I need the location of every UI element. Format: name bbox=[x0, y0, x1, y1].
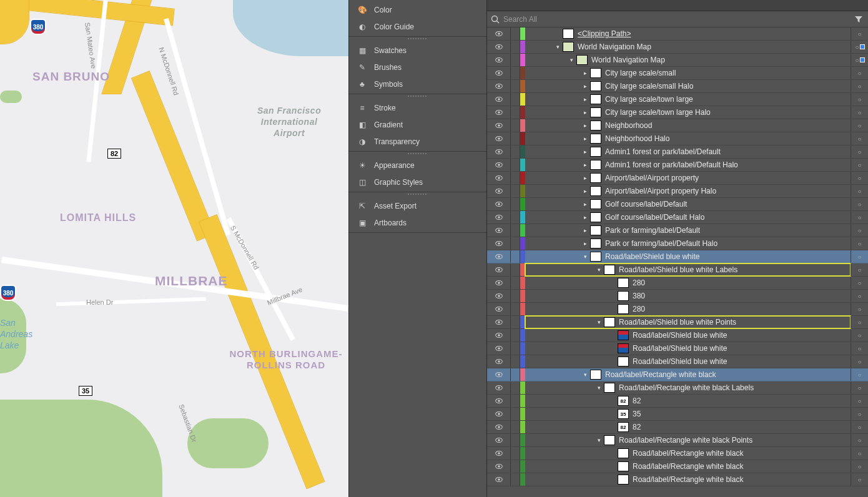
panel-stroke[interactable]: ≡Stroke bbox=[349, 99, 486, 116]
layer-row[interactable]: ▸Neighborhood○ bbox=[487, 119, 868, 132]
layer-name[interactable]: Road/label/Shield blue white Points bbox=[619, 318, 851, 327]
visibility-toggle[interactable] bbox=[487, 250, 511, 263]
visibility-toggle[interactable] bbox=[487, 67, 511, 79]
lock-toggle[interactable] bbox=[511, 145, 520, 158]
disclosure-arrow[interactable]: ▸ bbox=[580, 201, 590, 207]
lock-toggle[interactable] bbox=[511, 368, 520, 381]
layer-row[interactable]: Road/label/Rectangle white black○ bbox=[487, 460, 868, 473]
lock-toggle[interactable] bbox=[511, 41, 520, 53]
layer-name[interactable]: Road/label/Shield blue white bbox=[605, 252, 851, 261]
layer-name[interactable]: Road/label/Rectangle white black bbox=[605, 370, 851, 379]
disclosure-arrow[interactable]: ▾ bbox=[566, 57, 576, 63]
panel-color-guide[interactable]: ◐Color Guide bbox=[349, 18, 486, 35]
layer-row[interactable]: ▸Golf course/label/Default Halo○ bbox=[487, 211, 868, 224]
lock-toggle[interactable] bbox=[511, 303, 520, 315]
target-indicator[interactable]: ○ bbox=[851, 224, 868, 237]
layer-row[interactable]: ▸Airport/label/Airport property○ bbox=[487, 172, 868, 185]
disclosure-arrow[interactable]: ▸ bbox=[580, 162, 590, 168]
layer-row[interactable]: ▸Airport/label/Airport property Halo○ bbox=[487, 185, 868, 198]
layer-row[interactable]: Road/label/Rectangle white black○ bbox=[487, 473, 868, 486]
layer-row[interactable]: 8282○ bbox=[487, 395, 868, 408]
lock-toggle[interactable] bbox=[511, 329, 520, 342]
visibility-toggle[interactable] bbox=[487, 224, 511, 237]
target-indicator[interactable]: ○ bbox=[851, 316, 868, 328]
layer-name[interactable]: Road/label/Shield blue white bbox=[633, 357, 851, 366]
layer-row[interactable]: ▾Road/label/Shield blue white Labels○ bbox=[487, 263, 868, 277]
target-indicator[interactable]: ○ bbox=[851, 408, 868, 420]
lock-toggle[interactable] bbox=[511, 421, 520, 433]
layer-name[interactable]: Admin1 forest or park/label/Default Halo bbox=[605, 160, 851, 169]
layer-row[interactable]: Road/label/Shield blue white○ bbox=[487, 329, 868, 342]
disclosure-arrow[interactable]: ▾ bbox=[580, 372, 590, 378]
target-indicator[interactable]: ○ bbox=[851, 329, 868, 342]
visibility-toggle[interactable] bbox=[487, 408, 511, 420]
visibility-toggle[interactable] bbox=[487, 41, 511, 53]
disclosure-arrow[interactable]: ▸ bbox=[580, 70, 590, 76]
lock-toggle[interactable] bbox=[511, 355, 520, 368]
disclosure-arrow[interactable]: ▾ bbox=[594, 385, 604, 391]
layer-name[interactable]: World Navigation Map bbox=[591, 56, 851, 64]
layer-row[interactable]: ▾Road/label/Shield blue white Points○ bbox=[487, 316, 868, 329]
layer-row[interactable]: Road/label/Shield blue white○ bbox=[487, 355, 868, 368]
target-indicator[interactable]: ○ bbox=[851, 93, 868, 106]
visibility-toggle[interactable] bbox=[487, 263, 511, 276]
layer-name[interactable]: Golf course/label/Default bbox=[605, 200, 851, 209]
target-indicator[interactable]: ○ bbox=[851, 119, 868, 132]
layer-name[interactable]: 82 bbox=[633, 396, 851, 405]
visibility-toggle[interactable] bbox=[487, 132, 511, 145]
lock-toggle[interactable] bbox=[511, 342, 520, 355]
layer-name[interactable]: Airport/label/Airport property Halo bbox=[605, 187, 851, 195]
layer-name[interactable]: Golf course/label/Default Halo bbox=[605, 213, 851, 222]
lock-toggle[interactable] bbox=[511, 460, 520, 473]
target-indicator[interactable]: ○ bbox=[851, 132, 868, 145]
layer-row[interactable]: ▸City large scale/town large○ bbox=[487, 93, 868, 106]
target-indicator[interactable]: ○ bbox=[851, 211, 868, 224]
visibility-toggle[interactable] bbox=[487, 329, 511, 342]
panel-artboards[interactable]: ▣Artboards bbox=[349, 214, 486, 231]
layer-row[interactable]: ▾Road/label/Shield blue white○ bbox=[487, 250, 868, 263]
lock-toggle[interactable] bbox=[511, 290, 520, 302]
layer-list[interactable]: <Clipping Path>○▾World Navigation Map○▾W… bbox=[487, 27, 868, 497]
layer-name[interactable]: 82 bbox=[633, 423, 851, 431]
disclosure-arrow[interactable]: ▸ bbox=[580, 149, 590, 155]
panel-color[interactable]: 🎨Color bbox=[349, 1, 486, 18]
target-indicator[interactable]: ○ bbox=[851, 185, 868, 197]
lock-toggle[interactable] bbox=[511, 185, 520, 197]
layer-row[interactable]: Road/label/Rectangle white black○ bbox=[487, 447, 868, 460]
visibility-toggle[interactable] bbox=[487, 395, 511, 407]
layer-name[interactable]: 35 bbox=[633, 410, 851, 418]
layer-row[interactable]: 280○ bbox=[487, 303, 868, 316]
layer-name[interactable]: Road/label/Rectangle white black bbox=[633, 475, 851, 484]
layer-row[interactable]: ▾World Navigation Map○ bbox=[487, 54, 868, 67]
map-canvas[interactable]: SAN BRUNO LOMITA HILLS MILLBRAE NORTH BU… bbox=[0, 0, 348, 497]
layers-search-input[interactable] bbox=[503, 15, 849, 24]
panel-symbols[interactable]: ♣Symbols bbox=[349, 76, 486, 92]
panel-tabs[interactable] bbox=[487, 0, 868, 11]
layer-name[interactable]: Park or farming/label/Default Halo bbox=[605, 239, 851, 248]
layer-name[interactable]: Road/label/Rectangle white black Points bbox=[619, 436, 851, 445]
lock-toggle[interactable] bbox=[511, 54, 520, 66]
lock-toggle[interactable] bbox=[511, 106, 520, 119]
lock-toggle[interactable] bbox=[511, 316, 520, 328]
lock-toggle[interactable] bbox=[511, 473, 520, 486]
layer-row[interactable]: ▾Road/label/Rectangle white black○ bbox=[487, 368, 868, 381]
disclosure-arrow[interactable]: ▾ bbox=[553, 44, 563, 50]
disclosure-arrow[interactable]: ▸ bbox=[580, 96, 590, 102]
lock-toggle[interactable] bbox=[511, 408, 520, 420]
layer-name[interactable]: City large scale/town large bbox=[605, 95, 851, 104]
target-indicator[interactable]: ○ bbox=[851, 303, 868, 315]
visibility-toggle[interactable] bbox=[487, 316, 511, 328]
lock-toggle[interactable] bbox=[511, 263, 520, 276]
layer-name[interactable]: 280 bbox=[633, 305, 851, 313]
lock-toggle[interactable] bbox=[511, 27, 520, 40]
target-indicator[interactable]: ○ bbox=[851, 106, 868, 119]
lock-toggle[interactable] bbox=[511, 119, 520, 132]
layer-name[interactable]: City large scale/town large Halo bbox=[605, 108, 851, 117]
disclosure-arrow[interactable]: ▸ bbox=[580, 188, 590, 194]
visibility-toggle[interactable] bbox=[487, 355, 511, 368]
disclosure-arrow[interactable]: ▸ bbox=[580, 135, 590, 142]
layer-name[interactable]: Park or farming/label/Default bbox=[605, 226, 851, 235]
visibility-toggle[interactable] bbox=[487, 145, 511, 158]
target-indicator[interactable]: ○ bbox=[851, 460, 868, 473]
layer-name[interactable]: Road/label/Shield blue white Labels bbox=[619, 265, 851, 274]
